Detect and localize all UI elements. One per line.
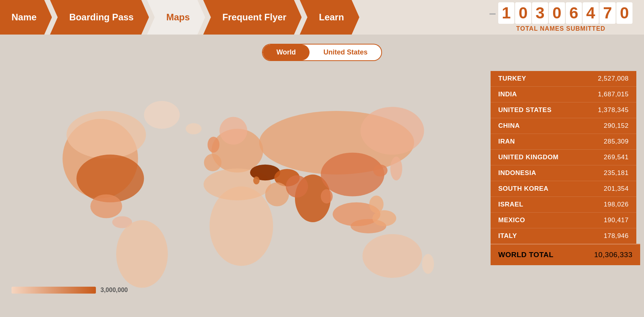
table-row: TURKEY 2,527,008 [491, 71, 636, 87]
table-row: MEXICO 190,417 [491, 213, 636, 228]
country-name: CHINA [498, 122, 520, 130]
country-value: 1,378,345 [598, 106, 629, 114]
country-name: SOUTH KOREA [498, 185, 548, 193]
counter-digits-group: – 1 0 3 0 6 4 7 0 [489, 2, 632, 24]
country-value: 269,541 [604, 154, 629, 161]
toggle-us-button[interactable]: United States [310, 45, 381, 60]
country-value: 201,354 [604, 185, 629, 193]
svg-point-2 [66, 111, 146, 158]
country-value: 198,026 [604, 201, 629, 208]
digit-2: 3 [532, 2, 548, 24]
svg-point-17 [265, 182, 289, 206]
svg-point-22 [286, 175, 308, 198]
svg-point-12 [204, 154, 222, 172]
svg-point-10 [208, 137, 219, 152]
world-total-row: WORLD TOTAL 10,306,333 [491, 244, 640, 265]
nav-item-name[interactable]: Name [0, 0, 52, 35]
svg-point-31 [422, 254, 434, 274]
svg-point-6 [116, 220, 168, 288]
digit-5: 4 [583, 2, 599, 24]
svg-point-4 [91, 194, 122, 218]
country-name: MEXICO [498, 216, 525, 224]
svg-point-28 [373, 165, 387, 177]
table-row: UNITED KINGDOM 269,541 [491, 150, 636, 165]
country-value: 1,687,015 [598, 91, 629, 98]
world-total-value: 10,306,333 [594, 251, 632, 259]
table-row: CHINA 290,152 [491, 118, 636, 134]
country-name: INDONESIA [498, 169, 536, 177]
world-total-label: WORLD TOTAL [498, 251, 553, 259]
legend-max-value: 3,000,000 [100, 287, 128, 294]
country-name: INDIA [498, 91, 517, 98]
map-area: 3,000,000 [0, 67, 491, 305]
country-name: TURKEY [498, 75, 526, 83]
world-map[interactable] [0, 67, 491, 290]
country-name: ITALY [498, 232, 517, 240]
digit-4: 6 [566, 2, 582, 24]
digit-3: 0 [549, 2, 565, 24]
svg-point-29 [390, 157, 402, 180]
table-row: ITALY 178,946 [491, 228, 636, 244]
country-value: 178,946 [604, 232, 629, 240]
main-content: 3,000,000 TURKEY 2,527,008 INDIA 1,687,0… [0, 67, 644, 305]
nav-item-maps[interactable]: Maps [147, 0, 205, 35]
svg-point-11 [219, 117, 247, 145]
country-name: UNITED KINGDOM [498, 154, 558, 161]
counter-dash: – [489, 6, 496, 20]
digit-6: 7 [600, 2, 616, 24]
svg-point-30 [362, 234, 422, 278]
total-counter: – 1 0 3 0 6 4 7 0 TOTAL NAMES SUBMITTED [489, 2, 644, 32]
country-table[interactable]: TURKEY 2,527,008 INDIA 1,687,015 UNITED … [491, 71, 636, 244]
svg-point-20 [361, 107, 424, 155]
svg-point-27 [321, 153, 384, 196]
country-name: UNITED STATES [498, 106, 552, 114]
country-value: 235,181 [604, 169, 629, 177]
country-value: 285,309 [604, 138, 629, 145]
digit-7: 0 [616, 2, 632, 24]
table-row: IRAN 285,309 [491, 134, 636, 150]
map-toggle-group: World United States [262, 44, 382, 61]
table-row: INDIA 1,687,015 [491, 87, 636, 102]
svg-point-8 [186, 123, 201, 134]
map-svg [0, 67, 491, 290]
country-name: IRAN [498, 138, 515, 145]
country-table-wrapper: TURKEY 2,527,008 INDIA 1,687,015 UNITED … [491, 67, 640, 305]
map-legend: 3,000,000 [12, 287, 128, 294]
svg-point-18 [253, 177, 260, 185]
table-row: INDONESIA 235,181 [491, 165, 636, 181]
digit-1: 0 [515, 2, 531, 24]
digit-0: 1 [498, 2, 514, 24]
country-name: ISRAEL [498, 201, 523, 208]
legend-gradient-bar [12, 287, 96, 294]
nav-item-learn[interactable]: Learn [300, 0, 359, 35]
country-value: 290,152 [604, 122, 629, 130]
svg-point-23 [321, 189, 333, 203]
country-value: 2,527,008 [598, 75, 629, 83]
nav-item-boarding-pass[interactable]: Boarding Pass [50, 0, 149, 35]
country-value: 190,417 [604, 216, 629, 224]
nav-item-frequent-flyer[interactable]: Frequent Flyer [203, 0, 302, 35]
table-row: ISRAEL 198,026 [491, 197, 636, 213]
svg-point-7 [144, 101, 180, 129]
table-row: SOUTH KOREA 201,354 [491, 181, 636, 197]
toggle-world-button[interactable]: World [263, 45, 310, 60]
navigation: Name Boarding Pass Maps Frequent Flyer L… [0, 0, 644, 35]
counter-label: TOTAL NAMES SUBMITTED [516, 25, 606, 32]
toggle-container: World United States [0, 44, 644, 61]
table-row: UNITED STATES 1,378,345 [491, 102, 636, 118]
svg-point-32 [369, 196, 384, 213]
